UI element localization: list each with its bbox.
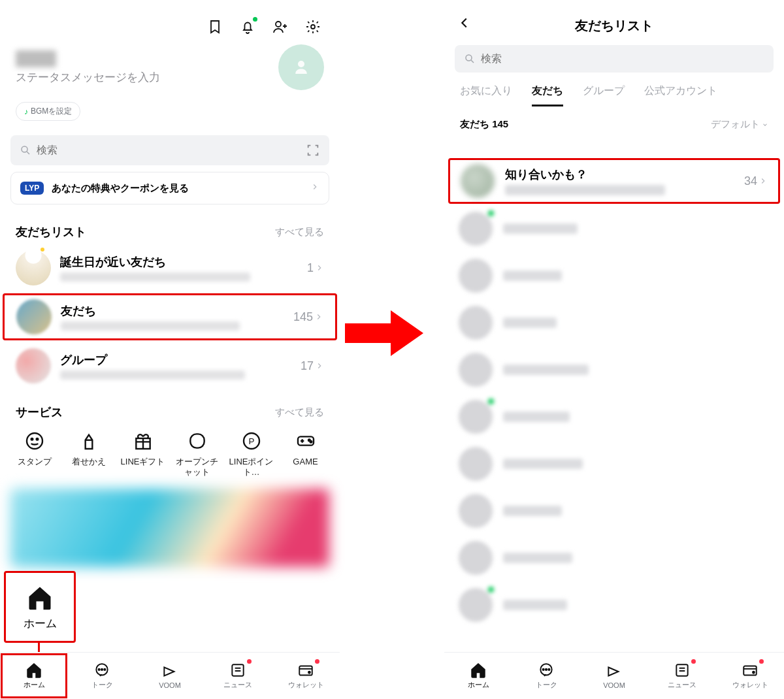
svg-point-0 xyxy=(276,22,281,27)
tab-news[interactable]: ニュース xyxy=(204,653,272,699)
avatar-icon xyxy=(459,541,493,575)
lyp-card[interactable]: LYP あなたの特典やクーポンを見る xyxy=(10,172,329,204)
svg-point-5 xyxy=(36,438,38,440)
profile-header[interactable]: ステータスメッセージを入力 xyxy=(0,39,340,97)
search-input[interactable] xyxy=(10,135,329,165)
svg-point-19 xyxy=(308,672,310,674)
back-button[interactable] xyxy=(457,16,472,33)
bottom-tabbar: ホーム トーク VOOM ニュース ウォレット xyxy=(444,652,784,699)
friend-row[interactable] xyxy=(444,581,784,628)
tab-favorites[interactable]: お気に入り xyxy=(460,84,512,106)
avatar-icon xyxy=(459,588,493,622)
arrow-indicator xyxy=(345,307,423,359)
svg-point-15 xyxy=(101,669,103,670)
avatar-icon xyxy=(459,212,493,246)
svg-point-27 xyxy=(753,672,755,674)
friend-row[interactable] xyxy=(444,299,784,346)
svg-text:P: P xyxy=(248,436,254,446)
svg-point-4 xyxy=(31,438,33,440)
svg-point-24 xyxy=(548,669,549,670)
friend-row[interactable] xyxy=(444,346,784,393)
tab-news[interactable]: ニュース xyxy=(648,653,716,699)
svg-point-3 xyxy=(27,433,42,449)
bookmark-icon[interactable] xyxy=(206,18,223,35)
svg-point-14 xyxy=(99,669,100,670)
tab-voom[interactable]: VOOM xyxy=(136,653,204,699)
promo-banner[interactable] xyxy=(10,489,329,567)
friend-row[interactable] xyxy=(444,252,784,299)
tab-talk[interactable]: トーク xyxy=(68,653,136,699)
search-icon xyxy=(20,144,31,156)
svg-point-2 xyxy=(22,146,27,152)
birthday-friends-row[interactable]: 誕生日が近い友だち 1 xyxy=(0,244,340,292)
may-know-row[interactable]: 知り合いかも？ 34 xyxy=(448,158,780,204)
friend-row[interactable] xyxy=(444,534,784,581)
svg-point-20 xyxy=(466,55,472,61)
bgm-button[interactable]: ♪BGMを設定 xyxy=(16,102,80,121)
service-theme[interactable]: 着せかえ xyxy=(63,429,114,478)
add-friend-icon[interactable] xyxy=(272,18,289,35)
friend-row[interactable] xyxy=(444,205,784,252)
avatar-icon xyxy=(459,447,493,481)
search-input[interactable] xyxy=(455,45,774,73)
avatar-icon xyxy=(16,299,52,334)
chevron-right-icon xyxy=(310,182,319,194)
filter-tabs: お気に入り 友だち グループ 公式アカウント xyxy=(444,75,784,106)
tab-home[interactable]: ホーム xyxy=(444,653,512,699)
screen-header: 友だちリスト xyxy=(444,0,784,41)
see-all-link[interactable]: すべて見る xyxy=(275,406,324,419)
svg-rect-7 xyxy=(190,434,204,447)
lyp-badge: LYP xyxy=(20,182,44,195)
tab-groups[interactable]: グループ xyxy=(583,84,625,106)
scan-icon[interactable] xyxy=(306,143,320,157)
svg-point-1 xyxy=(311,25,315,29)
svg-point-16 xyxy=(104,669,105,670)
avatar-icon xyxy=(16,250,51,285)
list-subheader: 友だち 145 デフォルト xyxy=(444,106,784,135)
tab-friends[interactable]: 友だち xyxy=(532,84,563,106)
services-grid: スタンプ 着せかえ LINEギフト オープンチャット PLINEポイント… GA… xyxy=(0,424,340,478)
avatar-icon xyxy=(459,400,493,434)
svg-point-23 xyxy=(546,669,547,670)
friend-row[interactable] xyxy=(444,393,784,440)
service-gift[interactable]: LINEギフト xyxy=(118,429,168,478)
services-section-header: サービス すべて見る xyxy=(0,390,340,424)
friend-row[interactable] xyxy=(444,487,784,534)
home-screen: ステータスメッセージを入力 ♪BGMを設定 LYP あなたの特典やクーポンを見る… xyxy=(0,0,340,699)
status-message[interactable]: ステータスメッセージを入力 xyxy=(16,70,278,85)
tab-official[interactable]: 公式アカウント xyxy=(644,84,717,106)
svg-point-22 xyxy=(543,669,544,670)
tab-wallet[interactable]: ウォレット xyxy=(272,653,340,699)
gear-icon[interactable] xyxy=(304,18,321,35)
sort-button[interactable]: デフォルト xyxy=(711,118,768,131)
service-openchat[interactable]: オープンチャット xyxy=(172,429,222,478)
profile-name-redacted xyxy=(16,50,56,67)
svg-point-12 xyxy=(310,441,312,443)
svg-rect-25 xyxy=(676,664,687,675)
tab-wallet[interactable]: ウォレット xyxy=(716,653,784,699)
page-title: 友だちリスト xyxy=(575,17,653,35)
avatar-icon xyxy=(459,306,493,340)
tab-home[interactable]: ホーム xyxy=(0,653,68,699)
avatar-icon xyxy=(459,353,493,387)
service-sticker[interactable]: スタンプ xyxy=(9,429,59,478)
see-all-link[interactable]: すべて見る xyxy=(275,226,324,238)
top-action-bar xyxy=(0,0,340,39)
avatar-icon xyxy=(16,348,51,383)
friend-row[interactable] xyxy=(444,440,784,487)
friends-row[interactable]: 友だち 145 xyxy=(3,293,337,340)
bell-icon[interactable] xyxy=(239,18,256,35)
bottom-tabbar: ホーム トーク VOOM ニュース ウォレット xyxy=(0,652,340,699)
home-callout: ホーム xyxy=(4,571,76,643)
friends-section-header: 友だちリスト すべて見る xyxy=(0,210,340,244)
service-game[interactable]: GAME xyxy=(280,429,331,478)
avatar-icon xyxy=(461,164,495,198)
svg-rect-17 xyxy=(232,664,243,675)
service-points[interactable]: PLINEポイント… xyxy=(226,429,276,478)
tab-voom[interactable]: VOOM xyxy=(580,653,648,699)
profile-avatar[interactable] xyxy=(278,44,324,90)
avatar-icon xyxy=(459,259,493,293)
tab-talk[interactable]: トーク xyxy=(512,653,580,699)
friends-list-screen: 友だちリスト お気に入り 友だち グループ 公式アカウント 友だち 145 デフ… xyxy=(444,0,784,699)
groups-row[interactable]: グループ 17 xyxy=(0,342,340,390)
